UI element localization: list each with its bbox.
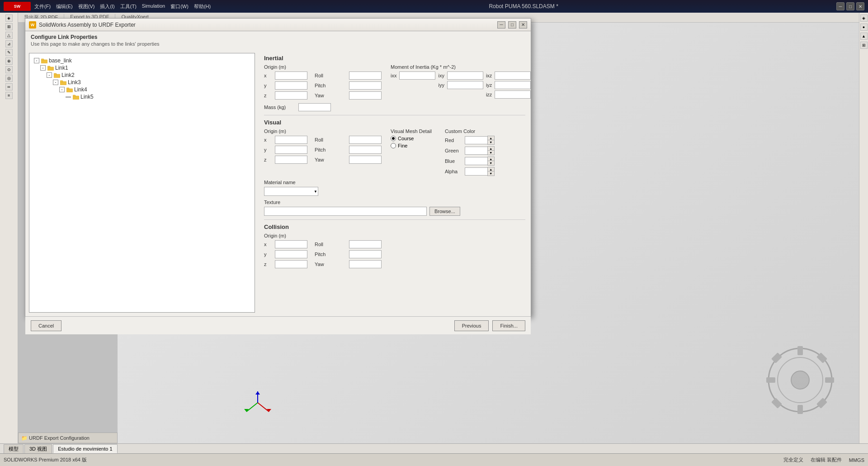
collision-pitch-input[interactable]	[349, 250, 382, 258]
collision-z-input[interactable]	[275, 260, 307, 268]
menu-simulation[interactable]: Simulation	[142, 3, 165, 10]
sidebar-icon-7[interactable]: ⊙	[5, 66, 13, 73]
tree-expand-link4[interactable]: -	[59, 87, 65, 92]
inertial-y-input[interactable]	[275, 81, 307, 90]
menu-view[interactable]: 视图(V)	[78, 3, 95, 10]
mass-input[interactable]	[298, 103, 331, 111]
inertial-y-label: y	[264, 83, 272, 88]
right-sidebar-icon-3[interactable]: ▲	[860, 33, 868, 40]
cancel-button[interactable]: Cancel	[31, 320, 61, 331]
tree-spacer-link5: —	[66, 94, 71, 100]
ixx-input[interactable]	[399, 71, 435, 80]
tree-item-link1[interactable]: - Link1	[33, 64, 251, 71]
collision-y-input[interactable]	[275, 250, 307, 258]
visual-y-input[interactable]	[275, 146, 307, 154]
svg-rect-18	[41, 59, 44, 61]
sidebar-icon-2[interactable]: ⊞	[5, 23, 13, 30]
right-sidebar-icon-2[interactable]: ●	[860, 24, 868, 31]
previous-button[interactable]: Previous	[454, 320, 489, 331]
inertial-x-input[interactable]	[275, 71, 307, 80]
svg-rect-9	[797, 346, 803, 355]
close-button[interactable]: ✕	[856, 2, 864, 10]
tree-expand-link2[interactable]: -	[47, 72, 52, 78]
collision-yaw-input[interactable]	[349, 260, 382, 268]
blue-up-arrow[interactable]: ▲	[488, 157, 494, 161]
radio-fine-item[interactable]: Fine	[391, 143, 436, 148]
tab-estudio[interactable]: Estudio de movimiento 1	[53, 444, 117, 453]
sidebar-icon-5[interactable]: ✎	[5, 49, 13, 56]
blue-down-arrow[interactable]: ▼	[488, 161, 494, 165]
menu-insert[interactable]: 插入(I)	[100, 3, 114, 10]
radio-course-btn[interactable]	[391, 136, 396, 141]
red-down-arrow[interactable]: ▼	[488, 140, 494, 144]
tree-item-link3[interactable]: - Link3	[33, 79, 251, 86]
collision-roll-row: Roll	[315, 240, 382, 248]
tab-model[interactable]: 模型	[4, 444, 24, 453]
green-down-arrow[interactable]: ▼	[488, 151, 494, 155]
menu-file[interactable]: 文件(F)	[34, 3, 51, 10]
maximize-button[interactable]: □	[846, 2, 854, 10]
svg-rect-22	[54, 73, 57, 75]
right-sidebar-icon-1[interactable]: ◈	[860, 14, 868, 22]
dialog-maximize-button[interactable]: □	[508, 21, 516, 29]
browse-button[interactable]: Browse...	[429, 207, 460, 216]
tree-expand-link3[interactable]: -	[53, 80, 58, 85]
ixy-input[interactable]	[447, 71, 483, 80]
tree-expand-base-link[interactable]: -	[34, 58, 39, 63]
visual-roll-input[interactable]	[349, 136, 382, 144]
radio-fine-btn[interactable]	[391, 143, 396, 148]
red-input[interactable]: 1	[465, 136, 487, 144]
menu-window[interactable]: 窗口(W)	[170, 3, 189, 10]
blue-input[interactable]: 1	[465, 157, 487, 165]
visual-x-input[interactable]	[275, 136, 307, 144]
izz-input[interactable]	[495, 90, 531, 99]
sidebar-icon-9[interactable]: ∞	[5, 83, 13, 90]
visual-yaw-input[interactable]	[349, 156, 382, 164]
sidebar-icon-4[interactable]: ⊿	[5, 40, 13, 48]
sidebar-icon-6[interactable]: ⊕	[5, 57, 13, 65]
sidebar-icon-8[interactable]: ◎	[5, 75, 13, 82]
right-sidebar-icon-4[interactable]: ⊞	[860, 42, 868, 49]
ixz-label: ixz	[486, 73, 492, 78]
tab-3d-view[interactable]: 3D 视图	[24, 444, 52, 453]
collision-x-input[interactable]	[275, 240, 307, 248]
alpha-input[interactable]: 1	[465, 167, 487, 176]
radio-course-item[interactable]: Course	[391, 136, 436, 141]
finish-button[interactable]: Finish...	[492, 320, 525, 331]
red-up-arrow[interactable]: ▲	[488, 136, 494, 140]
menu-tools[interactable]: 工具(T)	[120, 3, 137, 10]
tree-item-link2[interactable]: - Link2	[33, 71, 251, 79]
inertial-z-input[interactable]	[275, 91, 307, 100]
iyz-input[interactable]	[495, 81, 531, 89]
urdf-config-panel[interactable]: 📁 URDF Export Configuration	[18, 433, 118, 443]
sidebar-icon-1[interactable]: ◈	[5, 14, 13, 22]
sw-logo-text: SW	[14, 4, 21, 9]
tree-expand-link1[interactable]: -	[40, 65, 46, 71]
sidebar-icon-3[interactable]: △	[5, 32, 13, 39]
inertial-pitch-input[interactable]	[349, 81, 382, 90]
dialog-close-button[interactable]: ✕	[519, 21, 527, 29]
alpha-down-arrow[interactable]: ▼	[488, 171, 494, 176]
inertial-yaw-input[interactable]	[349, 91, 382, 100]
visual-z-input[interactable]	[275, 156, 307, 164]
tree-item-link5[interactable]: — Link5	[33, 93, 251, 100]
alpha-up-arrow[interactable]: ▲	[488, 167, 494, 171]
visual-pitch-input[interactable]	[349, 146, 382, 154]
iyy-input[interactable]	[447, 81, 483, 89]
visual-rpy: Roll Pitch Yaw	[315, 136, 382, 166]
material-select[interactable]	[264, 187, 318, 196]
sidebar-icon-10[interactable]: ≡	[5, 92, 13, 99]
texture-input[interactable]	[264, 207, 427, 216]
menu-edit[interactable]: 编辑(E)	[56, 3, 73, 10]
green-up-arrow[interactable]: ▲	[488, 147, 494, 151]
tree-item-base-link[interactable]: - base_link	[33, 57, 251, 64]
dialog-minimize-button[interactable]: ─	[497, 21, 505, 29]
tree-item-link4[interactable]: - Link4	[33, 86, 251, 93]
collision-roll-input[interactable]	[349, 240, 382, 248]
red-label: Red	[445, 138, 462, 143]
green-input[interactable]: 1	[465, 147, 487, 155]
ixz-input[interactable]	[495, 71, 531, 80]
menu-help[interactable]: 帮助(H)	[194, 3, 211, 10]
inertial-roll-input[interactable]	[349, 71, 382, 80]
minimize-button[interactable]: ─	[836, 2, 844, 10]
